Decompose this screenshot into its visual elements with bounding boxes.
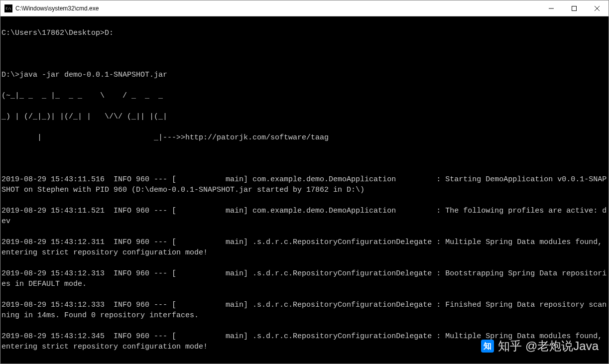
- log-line: 2019-08-29 15:43:11.521 INFO 960 --- [ m…: [1, 206, 608, 227]
- log-line: 2019-08-29 15:43:11.516 INFO 960 --- [ m…: [1, 174, 608, 195]
- blank-line: [1, 49, 608, 59]
- window-controls: [540, 0, 609, 16]
- close-button[interactable]: [586, 0, 609, 16]
- ascii-art-line: _) | (/_|_)| |(/_| | \/\/ (_|| |(_|: [1, 112, 608, 122]
- ascii-art-line: (~_|_ _ _ |_ _ _ \ / _ _ _: [1, 91, 608, 101]
- log-line: 2019-08-29 15:43:12.347 INFO 960 --- [ m…: [1, 363, 608, 364]
- window-title: C:\Windows\system32\cmd.exe: [15, 5, 540, 12]
- cmd-window: C:\Windows\system32\cmd.exe C:\Users\178…: [0, 0, 609, 364]
- titlebar[interactable]: C:\Windows\system32\cmd.exe: [0, 0, 609, 16]
- log-line: 2019-08-29 15:43:12.313 INFO 960 --- [ m…: [1, 268, 608, 289]
- log-line: 2019-08-29 15:43:12.333 INFO 960 --- [ m…: [1, 300, 608, 321]
- cmd-icon: [4, 4, 12, 12]
- prompt-line: C:\Users\17862\Desktop>D:: [1, 28, 608, 38]
- ascii-art-line: | _|--->>http://patorjk.com/software/taa…: [1, 132, 608, 143]
- minimize-button[interactable]: [540, 0, 563, 16]
- prompt-line: D:\>java -jar demo-0.0.1-SNAPSHOT.jar: [1, 70, 608, 80]
- svg-rect-1: [572, 6, 577, 10]
- blank-line: [1, 153, 608, 164]
- maximize-button[interactable]: [563, 0, 586, 16]
- terminal-output[interactable]: C:\Users\17862\Desktop>D: D:\>java -jar …: [0, 16, 609, 364]
- log-line: 2019-08-29 15:43:12.311 INFO 960 --- [ m…: [1, 237, 608, 258]
- log-line: 2019-08-29 15:43:12.345 INFO 960 --- [ m…: [1, 331, 608, 352]
